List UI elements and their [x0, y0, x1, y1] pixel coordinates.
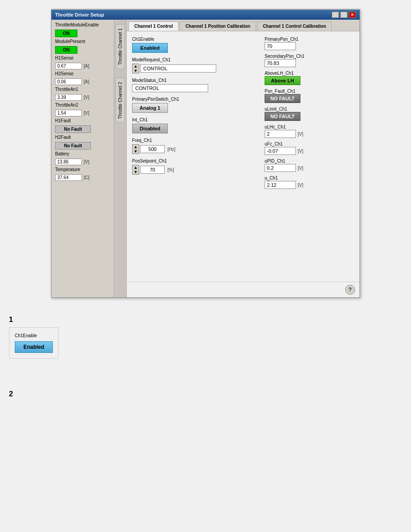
close-button[interactable]: ✕: [349, 12, 356, 18]
int-ch1-label: Int_Ch1: [132, 117, 256, 122]
u-ch1-row: [V]: [265, 181, 354, 189]
freq-ch1-spinner: ▲▼: [132, 144, 165, 154]
battery-unit: [V]: [84, 159, 89, 164]
freq-ch1-input[interactable]: [140, 145, 165, 153]
tab-channel1-control[interactable]: Channel 1 Control: [128, 21, 179, 31]
primary-psn-switch-group: PrimaryPsnSwitch_Ch1 Analog 1: [132, 97, 256, 113]
h1sense-input[interactable]: [55, 63, 82, 69]
freq-ch1-row: ▲▼ [Hz]: [132, 144, 256, 154]
left-content-area: Ch1Enable Enabled ModeRequest_Ch1 ▲▼: [132, 37, 256, 276]
temperature-input[interactable]: [55, 174, 82, 181]
h1fault-btn[interactable]: No Fault: [55, 125, 91, 133]
pos-setpoint-group: PosSetpoint_Ch1 ▲▼ [%]: [132, 159, 256, 175]
mode-request-label: ModeRequest_Ch1: [132, 57, 256, 62]
h2sense-input[interactable]: [55, 78, 82, 85]
mode-request-spinner-btn[interactable]: ▲▼: [132, 64, 139, 73]
secondary-psn-input[interactable]: [265, 59, 296, 67]
h1sense-unit: [A]: [84, 64, 89, 69]
maximize-button[interactable]: □: [340, 12, 347, 18]
u-pid-row: [V]: [265, 164, 354, 172]
module-present-label: ModulePresent: [55, 39, 110, 44]
primary-psn-input[interactable]: [265, 42, 296, 50]
u-lhc-unit: [V]: [298, 132, 303, 137]
tab-channel1-position-cal[interactable]: Channel 1 Position Calibration: [180, 21, 256, 31]
h2fault-label: H2Fault: [55, 135, 110, 140]
section-1-number: 1: [9, 316, 402, 324]
primary-psn-switch-button[interactable]: Analog 1: [132, 103, 168, 113]
psn-fault-group: Psn_Fault_Ch1 NO FAULT: [265, 89, 354, 103]
u-lhc-input[interactable]: [265, 130, 296, 138]
temperature-unit: [C]: [84, 175, 90, 180]
section-2: 2: [9, 386, 402, 398]
pos-setpoint-spinner: ▲▼: [132, 165, 165, 175]
int-ch1-button[interactable]: Disabled: [132, 124, 168, 133]
throttle-an1-field: [V]: [55, 94, 110, 101]
tab-channel1-control-cal[interactable]: Channel 1 Control Calibration: [257, 21, 332, 31]
channel-1-tab[interactable]: Throttle Channel 1: [116, 24, 125, 69]
mode-request-input[interactable]: [140, 64, 216, 73]
ch1enable-group: Ch1Enable Enabled: [132, 37, 256, 53]
h2sense-label: H2Sense: [55, 71, 110, 76]
above-lh-label: AboveLH_Ch1: [265, 71, 354, 76]
mode-status-label: ModeStatus_Ch1: [132, 78, 256, 83]
u-limit-group: uLimit_Ch1 NO FAULT: [265, 107, 354, 121]
throttle-an1-unit: [V]: [84, 95, 89, 100]
throttle-an2-input[interactable]: [55, 110, 82, 116]
freq-ch1-spinner-btn[interactable]: ▲▼: [132, 144, 139, 154]
above-lh-group: AboveLH_Ch1 Above LH: [265, 71, 354, 85]
freq-ch1-label: Freq_Ch1: [132, 138, 256, 143]
throttle-an2-unit: [V]: [84, 111, 89, 116]
psn-fault-button[interactable]: NO FAULT: [265, 94, 300, 103]
int-ch1-group: Int_Ch1 Disabled: [132, 117, 256, 133]
throttle-an2-field: [V]: [55, 110, 110, 116]
u-limit-button[interactable]: NO FAULT: [265, 112, 300, 121]
h2sense-field: [A]: [55, 78, 110, 85]
module-present-btn[interactable]: ON: [55, 46, 77, 54]
section1-ch1enable-label: Ch1Enable: [15, 333, 53, 338]
section-2-number: 2: [9, 390, 402, 398]
u-fc-input[interactable]: [265, 147, 296, 155]
u-pid-input[interactable]: [265, 164, 296, 172]
minimize-button[interactable]: ─: [332, 12, 339, 18]
left-panel: ThrottleModuleEnable ON ModulePresent ON…: [51, 20, 114, 297]
ch1enable-label: Ch1Enable: [132, 37, 256, 42]
throttle-an2-label: ThrottleAn2: [55, 103, 110, 107]
titlebar: Throttle Driver Setup ─ □ ✕: [51, 10, 360, 20]
pos-setpoint-label: PosSetpoint_Ch1: [132, 159, 256, 163]
throttle-module-enable-label: ThrottleModuleEnable: [55, 22, 110, 27]
throttle-an1-label: ThrottleAn1: [55, 87, 110, 92]
throttle-an1-input[interactable]: [55, 94, 82, 101]
u-pid-label: uPID_Ch1: [265, 159, 354, 163]
pos-setpoint-spinner-btn[interactable]: ▲▼: [132, 165, 139, 175]
u-ch1-input[interactable]: [265, 181, 296, 189]
primary-psn-switch-label: PrimaryPsnSwitch_Ch1: [132, 97, 256, 102]
bottom-bar: ?: [127, 282, 360, 297]
pos-setpoint-row: ▲▼ [%]: [132, 165, 256, 175]
u-fc-label: uFc_Ch1: [265, 142, 354, 146]
ch1enable-button[interactable]: Enabled: [132, 43, 168, 53]
above-lh-button[interactable]: Above LH: [265, 76, 300, 85]
mode-status-input[interactable]: [132, 84, 208, 92]
h2sense-unit: [A]: [84, 79, 89, 84]
psn-fault-label: Psn_Fault_Ch1: [265, 89, 354, 94]
channel-tabs: Throttle Channel 1 Throttle Channel 2: [114, 20, 127, 297]
h2fault-btn[interactable]: No Fault: [55, 142, 91, 150]
pos-setpoint-input[interactable]: [140, 166, 165, 174]
window-controls: ─ □ ✕: [332, 12, 356, 18]
help-button[interactable]: ?: [345, 285, 355, 295]
u-ch1-unit: [V]: [298, 183, 303, 188]
u-lhc-group: uLHc_Ch1 [V]: [265, 124, 354, 138]
primary-psn-label: PrimaryPsn_Ch1: [265, 37, 354, 42]
temperature-field: [C]: [55, 174, 110, 181]
channel-2-tab[interactable]: Throttle Channel 2: [116, 78, 125, 123]
u-fc-row: [V]: [265, 147, 354, 155]
window-title: Throttle Driver Setup: [55, 12, 104, 17]
main-window: Throttle Driver Setup ─ □ ✕ ThrottleModu…: [51, 9, 360, 298]
section1-ch1enable-button[interactable]: Enabled: [15, 341, 53, 353]
throttle-module-enable-btn[interactable]: ON: [55, 30, 77, 37]
main-content: Channel 1 Control Channel 1 Position Cal…: [127, 20, 360, 297]
battery-input[interactable]: [55, 159, 82, 165]
section-1: 1 Ch1Enable Enabled: [9, 311, 402, 359]
primary-psn-group: PrimaryPsn_Ch1: [265, 37, 354, 50]
mode-request-group: ModeRequest_Ch1 ▲▼: [132, 57, 256, 73]
